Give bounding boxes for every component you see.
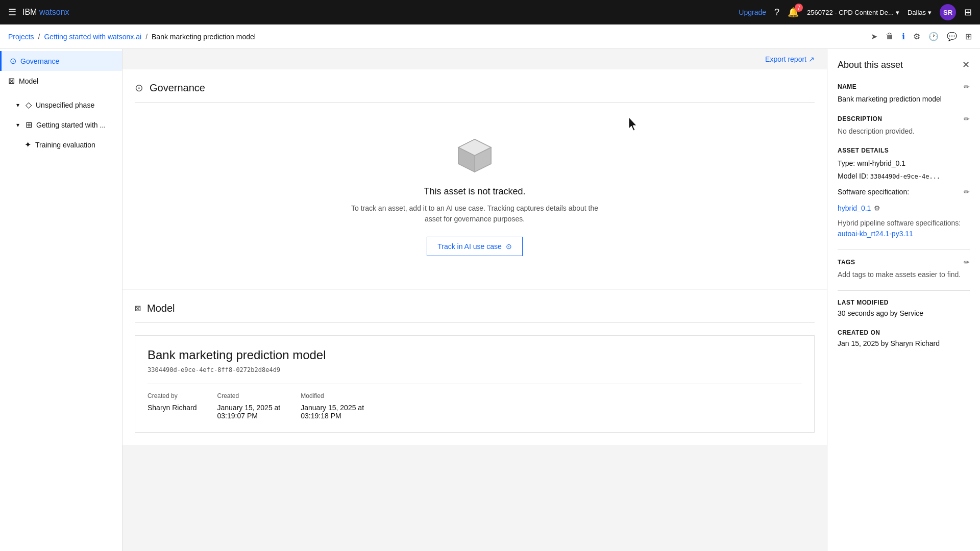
account-selector[interactable]: 2560722 - CPD Content De... ▾ [807,9,899,16]
phase-icon: ◇ [26,100,32,110]
last-modified-field: Last modified 30 seconds ago by Service [838,299,970,319]
content-area: Export report ↗ ⊙ Governance [122,49,827,551]
app-name: IBM watsonx [22,8,69,17]
type-row: Type: wml-hybrid_0.1 [838,157,970,170]
governance-section-header: ⊙ Governance [135,82,815,103]
training-eval-icon: ✦ [24,140,31,149]
apps-grid-icon[interactable]: ⊞ [964,7,972,18]
panel-title: About this asset [838,60,903,70]
sidebar-item-governance[interactable]: ⊙ Governance [0,51,122,71]
description-edit-icon[interactable]: ✏ [964,115,970,123]
top-navigation: ☰ IBM watsonx Upgrade ? 🔔 7 2560722 - CP… [0,0,980,24]
sidebar-item-training-evaluation[interactable]: ✦ Training evaluation [0,135,122,155]
model-meta: Created by Sharyn Richard Created Januar… [148,384,802,420]
not-tracked-desc: To track an asset, add it to an AI use c… [347,203,602,224]
created-value: January 15, 2025 at 03:19:07 PM [217,404,281,420]
not-tracked-title: This asset is not tracked. [424,186,525,197]
region-chevron-icon: ▾ [928,9,932,16]
model-id-label-panel: Model ID: [838,172,868,180]
created-on-field: Created on Jan 15, 2025 by Sharyn Richar… [838,329,970,349]
software-spec-gear-icon[interactable]: ⚙ [874,202,880,215]
breadcrumb-projects[interactable]: Projects [8,33,34,41]
name-edit-icon[interactable]: ✏ [964,83,970,91]
created-by-label: Created by [148,392,197,399]
avatar[interactable]: SR [940,4,956,20]
name-field: Name ✏ Bank marketing prediction model [838,83,970,105]
breadcrumb-sep-1: / [38,33,40,41]
hamburger-menu[interactable]: ☰ [8,7,16,18]
tags-field: Tags ✏ Add tags to make assets easier to… [838,258,970,280]
info-icon[interactable]: ℹ [902,32,905,41]
sidebar-item-getting-started[interactable]: ▾ ⊞ Getting started with ... [0,115,122,135]
sidebar-unspecified-phase-label: Unspecified phase [36,101,94,109]
hybrid-pipeline-value[interactable]: autoai-kb_rt24.1-py3.11 [838,229,970,239]
type-value: wml-hybrid_0.1 [857,159,905,167]
cube-icon [454,135,495,176]
created-group: Created January 15, 2025 at 03:19:07 PM [217,392,281,420]
settings-icon[interactable]: ⚙ [913,32,920,41]
hybrid-pipeline-row: Hybrid pipeline software specifications:… [838,218,970,239]
model-section-title: Model [147,303,175,314]
close-panel-button[interactable]: ✕ [962,59,970,70]
main-layout: ⊙ Governance ⊠ Model ▾ ◇ Unspecified pha… [0,49,980,551]
sidebar-item-unspecified-phase[interactable]: ▾ ◇ Unspecified phase [0,95,122,115]
model-section-header: ⊠ Model [135,302,815,323]
model-card: Bank marketing prediction model 3304490d… [135,335,815,433]
chevron-down-icon: ▾ [16,102,19,109]
track-ai-use-case-button[interactable]: Track in AI use case ⊙ [427,237,523,256]
right-panel: About this asset ✕ Name ✏ Bank marketing… [827,49,980,551]
governance-section-icon: ⊙ [135,82,143,94]
navigate-icon[interactable]: ➤ [871,32,877,41]
description-field-label: Description [838,115,883,122]
export-icon: ↗ [808,55,815,63]
history-icon[interactable]: 🕐 [928,32,939,41]
help-icon[interactable]: ? [774,7,779,18]
sidebar-model-label: Model [19,77,38,85]
created-on-value: Jan 15, 2025 by Sharyn Richard [838,338,970,349]
not-tracked-area: This asset is not tracked. To track an a… [135,115,815,277]
delete-icon[interactable]: 🗑 [886,32,894,41]
modified-value: January 15, 2025 at 03:19:18 PM [301,404,364,420]
governance-icon: ⊙ [10,56,16,66]
software-spec-label: Software specification: [838,187,909,197]
last-modified-value: 30 seconds ago by Service [838,308,970,319]
created-by-value: Sharyn Richard [148,404,197,412]
account-chevron-icon: ▾ [896,9,899,16]
model-id-row: Model ID: 3304490d-e9ce-4e... [838,170,970,183]
notifications-icon[interactable]: 🔔 7 [788,7,799,18]
view-options-icon[interactable]: ⊞ [965,32,972,41]
panel-divider-2 [838,290,970,291]
model-icon: ⊠ [8,76,15,86]
export-bar: Export report ↗ [122,49,827,69]
hybrid-pipeline-label: Hybrid pipeline software specifications: [838,218,970,229]
comment-icon[interactable]: 💬 [947,32,957,41]
tags-description: Add tags to make assets easier to find. [838,269,970,280]
sidebar-governance-label: Governance [20,57,59,65]
description-field: Description ✏ No description provided. [838,115,970,137]
created-label: Created [217,392,281,399]
upgrade-link[interactable]: Upgrade [739,8,766,16]
asset-details-field: Asset Details Type: wml-hybrid_0.1 Model… [838,147,970,239]
panel-header: About this asset ✕ [838,59,970,70]
asset-details-label: Asset Details [838,147,889,154]
governance-section: ⊙ Governance This asset is not tracked. … [122,69,827,289]
sidebar-item-model[interactable]: ⊠ Model [0,71,122,91]
software-spec-edit-icon[interactable]: ✏ [964,186,970,198]
software-spec-value[interactable]: hybrid_0.1 [838,203,871,214]
sidebar-getting-started-label: Getting started with ... [36,121,106,129]
region-selector[interactable]: Dallas ▾ [908,9,932,16]
description-field-value: No description provided. [838,126,970,137]
tags-edit-icon[interactable]: ✏ [964,258,970,266]
track-icon: ⊙ [506,242,512,251]
name-field-value: Bank marketing prediction model [838,94,970,105]
breadcrumb-getting-started[interactable]: Getting started with watsonx.ai [44,33,141,41]
notification-badge: 7 [795,4,803,12]
sidebar-training-eval-label: Training evaluation [35,141,95,149]
model-id-value-panel: 3304490d-e9ce-4e... [870,173,940,180]
panel-divider-1 [838,249,970,250]
model-card-id: 3304490d-e9ce-4efc-8ff8-0272b2d8e4d9 [148,366,802,373]
export-report-link[interactable]: Export report ↗ [765,55,815,63]
name-field-label: Name [838,83,856,90]
last-modified-label: Last modified [838,299,970,306]
model-section-icon: ⊠ [135,302,141,314]
